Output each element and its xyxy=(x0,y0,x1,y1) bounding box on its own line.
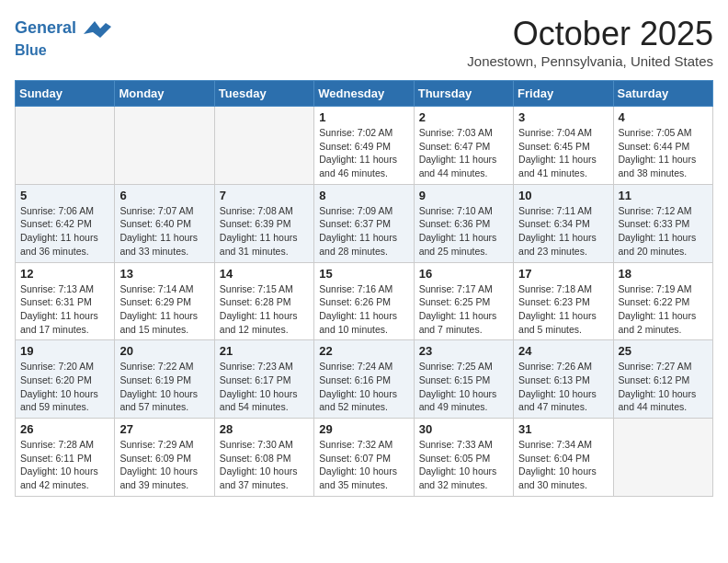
day-info: Sunrise: 7:22 AM Sunset: 6:19 PM Dayligh… xyxy=(119,360,209,414)
calendar-week-row: 26Sunrise: 7:28 AM Sunset: 6:11 PM Dayli… xyxy=(16,419,713,497)
day-number: 30 xyxy=(419,422,508,436)
calendar-day-cell: 12Sunrise: 7:13 AM Sunset: 6:31 PM Dayli… xyxy=(16,262,115,340)
weekday-header-saturday: Saturday xyxy=(613,81,712,107)
calendar-header-row: SundayMondayTuesdayWednesdayThursdayFrid… xyxy=(16,81,713,107)
day-info: Sunrise: 7:30 AM Sunset: 6:08 PM Dayligh… xyxy=(220,438,309,492)
calendar-table: SundayMondayTuesdayWednesdayThursdayFrid… xyxy=(15,80,713,497)
calendar-day-cell: 15Sunrise: 7:16 AM Sunset: 6:26 PM Dayli… xyxy=(314,262,414,340)
day-number: 20 xyxy=(119,344,209,358)
day-info: Sunrise: 7:16 AM Sunset: 6:26 PM Dayligh… xyxy=(319,282,408,337)
weekday-header-friday: Friday xyxy=(514,81,613,107)
day-number: 27 xyxy=(119,422,209,436)
calendar-day-cell: 17Sunrise: 7:18 AM Sunset: 6:23 PM Dayli… xyxy=(514,262,613,340)
calendar-day-cell: 26Sunrise: 7:28 AM Sunset: 6:11 PM Dayli… xyxy=(16,419,115,497)
day-number: 11 xyxy=(619,189,708,202)
calendar-day-cell xyxy=(16,107,115,185)
day-info: Sunrise: 7:15 AM Sunset: 6:28 PM Dayligh… xyxy=(220,282,309,337)
calendar-day-cell: 20Sunrise: 7:22 AM Sunset: 6:19 PM Dayli… xyxy=(115,340,214,419)
day-info: Sunrise: 7:07 AM Sunset: 6:40 PM Dayligh… xyxy=(119,204,209,259)
day-number: 16 xyxy=(419,267,508,281)
calendar-day-cell: 9Sunrise: 7:10 AM Sunset: 6:36 PM Daylig… xyxy=(414,184,513,262)
day-number: 10 xyxy=(518,189,608,202)
day-info: Sunrise: 7:19 AM Sunset: 6:22 PM Dayligh… xyxy=(619,282,708,337)
day-info: Sunrise: 7:29 AM Sunset: 6:09 PM Dayligh… xyxy=(119,438,209,492)
day-info: Sunrise: 7:11 AM Sunset: 6:34 PM Dayligh… xyxy=(518,204,608,259)
day-info: Sunrise: 7:08 AM Sunset: 6:39 PM Dayligh… xyxy=(220,204,309,259)
calendar-day-cell: 16Sunrise: 7:17 AM Sunset: 6:25 PM Dayli… xyxy=(414,262,513,340)
day-info: Sunrise: 7:34 AM Sunset: 6:04 PM Dayligh… xyxy=(518,438,608,492)
calendar-week-row: 1Sunrise: 7:02 AM Sunset: 6:49 PM Daylig… xyxy=(16,107,713,185)
day-number: 19 xyxy=(20,344,109,358)
day-info: Sunrise: 7:17 AM Sunset: 6:25 PM Dayligh… xyxy=(419,282,508,337)
day-number: 18 xyxy=(619,267,708,281)
logo-text: General xyxy=(15,15,111,42)
calendar-day-cell xyxy=(115,107,214,185)
day-number: 8 xyxy=(319,189,408,202)
day-number: 6 xyxy=(119,189,209,202)
day-number: 24 xyxy=(518,344,608,358)
svg-marker-0 xyxy=(84,21,111,38)
day-number: 1 xyxy=(319,110,408,124)
calendar-day-cell: 27Sunrise: 7:29 AM Sunset: 6:09 PM Dayli… xyxy=(115,419,214,497)
logo: General Blue xyxy=(15,15,111,59)
day-number: 21 xyxy=(220,344,309,358)
day-info: Sunrise: 7:14 AM Sunset: 6:29 PM Dayligh… xyxy=(119,282,209,337)
calendar-day-cell: 13Sunrise: 7:14 AM Sunset: 6:29 PM Dayli… xyxy=(115,262,214,340)
month-title: October 2025 xyxy=(467,15,713,53)
title-block: October 2025 Jonestown, Pennsylvania, Un… xyxy=(467,15,713,69)
day-number: 13 xyxy=(119,267,209,281)
calendar-day-cell: 28Sunrise: 7:30 AM Sunset: 6:08 PM Dayli… xyxy=(214,419,313,497)
calendar-day-cell: 1Sunrise: 7:02 AM Sunset: 6:49 PM Daylig… xyxy=(314,107,414,185)
calendar-day-cell: 11Sunrise: 7:12 AM Sunset: 6:33 PM Dayli… xyxy=(613,184,712,262)
calendar-day-cell: 23Sunrise: 7:25 AM Sunset: 6:15 PM Dayli… xyxy=(414,340,513,419)
day-number: 2 xyxy=(419,110,508,124)
calendar-day-cell: 29Sunrise: 7:32 AM Sunset: 6:07 PM Dayli… xyxy=(314,419,414,497)
day-info: Sunrise: 7:03 AM Sunset: 6:47 PM Dayligh… xyxy=(419,126,508,180)
calendar-day-cell: 25Sunrise: 7:27 AM Sunset: 6:12 PM Dayli… xyxy=(613,340,712,419)
calendar-day-cell: 6Sunrise: 7:07 AM Sunset: 6:40 PM Daylig… xyxy=(115,184,214,262)
day-info: Sunrise: 7:32 AM Sunset: 6:07 PM Dayligh… xyxy=(319,438,408,492)
calendar-day-cell xyxy=(214,107,313,185)
weekday-header-tuesday: Tuesday xyxy=(214,81,313,107)
day-info: Sunrise: 7:09 AM Sunset: 6:37 PM Dayligh… xyxy=(319,204,408,259)
day-info: Sunrise: 7:28 AM Sunset: 6:11 PM Dayligh… xyxy=(20,438,109,492)
calendar-day-cell: 5Sunrise: 7:06 AM Sunset: 6:42 PM Daylig… xyxy=(16,184,115,262)
day-number: 26 xyxy=(20,422,109,436)
calendar-day-cell: 8Sunrise: 7:09 AM Sunset: 6:37 PM Daylig… xyxy=(314,184,414,262)
day-number: 9 xyxy=(419,189,508,202)
day-number: 31 xyxy=(518,422,608,436)
day-info: Sunrise: 7:05 AM Sunset: 6:44 PM Dayligh… xyxy=(619,126,708,180)
day-number: 12 xyxy=(20,267,109,281)
day-number: 14 xyxy=(220,267,309,281)
day-number: 4 xyxy=(619,110,708,124)
day-number: 29 xyxy=(319,422,408,436)
logo-bird-icon xyxy=(84,15,111,42)
location: Jonestown, Pennsylvania, United States xyxy=(467,53,713,69)
day-info: Sunrise: 7:25 AM Sunset: 6:15 PM Dayligh… xyxy=(419,360,508,414)
day-info: Sunrise: 7:12 AM Sunset: 6:33 PM Dayligh… xyxy=(619,204,708,259)
day-info: Sunrise: 7:20 AM Sunset: 6:20 PM Dayligh… xyxy=(20,360,109,414)
day-number: 23 xyxy=(419,344,508,358)
calendar-day-cell xyxy=(613,419,712,497)
calendar-day-cell: 22Sunrise: 7:24 AM Sunset: 6:16 PM Dayli… xyxy=(314,340,414,419)
calendar-day-cell: 24Sunrise: 7:26 AM Sunset: 6:13 PM Dayli… xyxy=(514,340,613,419)
weekday-header-thursday: Thursday xyxy=(414,81,513,107)
calendar-day-cell: 31Sunrise: 7:34 AM Sunset: 6:04 PM Dayli… xyxy=(514,419,613,497)
calendar-week-row: 5Sunrise: 7:06 AM Sunset: 6:42 PM Daylig… xyxy=(16,184,713,262)
calendar-day-cell: 14Sunrise: 7:15 AM Sunset: 6:28 PM Dayli… xyxy=(214,262,313,340)
logo-blue-text: Blue xyxy=(15,42,111,59)
day-info: Sunrise: 7:26 AM Sunset: 6:13 PM Dayligh… xyxy=(518,360,608,414)
calendar-day-cell: 2Sunrise: 7:03 AM Sunset: 6:47 PM Daylig… xyxy=(414,107,513,185)
calendar-day-cell: 3Sunrise: 7:04 AM Sunset: 6:45 PM Daylig… xyxy=(514,107,613,185)
day-info: Sunrise: 7:02 AM Sunset: 6:49 PM Dayligh… xyxy=(319,126,408,180)
day-info: Sunrise: 7:33 AM Sunset: 6:05 PM Dayligh… xyxy=(419,438,508,492)
calendar-week-row: 12Sunrise: 7:13 AM Sunset: 6:31 PM Dayli… xyxy=(16,262,713,340)
calendar-day-cell: 18Sunrise: 7:19 AM Sunset: 6:22 PM Dayli… xyxy=(613,262,712,340)
weekday-header-monday: Monday xyxy=(115,81,214,107)
day-number: 15 xyxy=(319,267,408,281)
day-info: Sunrise: 7:13 AM Sunset: 6:31 PM Dayligh… xyxy=(20,282,109,337)
page-header: General Blue October 2025 Jonestown, Pen… xyxy=(15,15,713,69)
day-number: 3 xyxy=(518,110,608,124)
day-info: Sunrise: 7:18 AM Sunset: 6:23 PM Dayligh… xyxy=(518,282,608,337)
weekday-header-wednesday: Wednesday xyxy=(314,81,414,107)
